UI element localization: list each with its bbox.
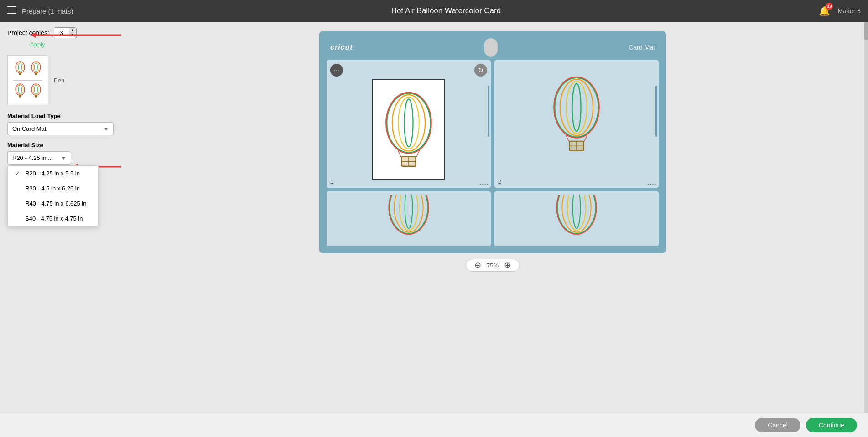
svg-point-24 bbox=[392, 95, 425, 151]
resize-dot bbox=[648, 184, 649, 185]
thumb-row-bottom bbox=[13, 83, 43, 100]
check-icon: ✓ bbox=[15, 170, 21, 177]
zoom-controls: ⊖ 75% ⊕ bbox=[466, 259, 520, 272]
card-mat-container: cricut Card Mat ··· ↻ bbox=[319, 31, 666, 253]
pen-label: Pen bbox=[54, 77, 64, 84]
panel4-content bbox=[498, 195, 655, 242]
scrollbar-thumb[interactable] bbox=[864, 22, 868, 40]
material-load-chevron-icon: ▼ bbox=[104, 126, 109, 132]
thumb-balloon-bl bbox=[13, 83, 27, 100]
thumbnail-area: Pen bbox=[7, 55, 114, 105]
resize-dot bbox=[480, 184, 481, 185]
thumb-balloon-br bbox=[29, 83, 43, 100]
panel2-scrollbar[interactable] bbox=[655, 86, 657, 137]
svg-point-11 bbox=[34, 62, 37, 72]
size-option-r30-label: R30 - 4.5 in x 6.25 in bbox=[25, 185, 80, 192]
svg-point-27 bbox=[387, 93, 431, 152]
material-size-value: R20 - 4.25 in ... bbox=[12, 154, 53, 161]
thumb-divider bbox=[13, 80, 42, 81]
svg-point-15 bbox=[18, 85, 21, 94]
mat-panels-bottom bbox=[327, 191, 659, 246]
zoom-level: 75% bbox=[487, 262, 499, 269]
svg-point-18 bbox=[33, 84, 39, 95]
material-size-dropdown[interactable]: R20 - 4.25 in ... ▼ bbox=[7, 151, 71, 165]
panel1-refresh-button[interactable]: ↻ bbox=[474, 64, 487, 77]
right-scrollbar[interactable] bbox=[864, 22, 868, 413]
mat-panel-3 bbox=[327, 191, 491, 246]
svg-point-35 bbox=[560, 79, 593, 136]
sidebar: Project copies: ▲ ▼ Apply bbox=[0, 22, 121, 413]
size-option-r30[interactable]: R30 - 4.5 in x 6.25 in bbox=[8, 181, 98, 196]
svg-point-6 bbox=[17, 62, 23, 72]
app-header: Prepare (1 mats) Hot Air Balloon Waterco… bbox=[0, 0, 868, 22]
svg-point-7 bbox=[18, 62, 21, 72]
thumb-row-top bbox=[13, 61, 43, 77]
panel1-scrollbar[interactable] bbox=[488, 86, 489, 137]
material-load-value: On Card Mat bbox=[12, 125, 46, 132]
maker-label: Maker 3 bbox=[837, 7, 861, 15]
svg-rect-8 bbox=[19, 73, 21, 75]
resize-dot bbox=[655, 184, 656, 185]
balloon-svg-4 bbox=[554, 195, 599, 242]
zoom-in-button[interactable]: ⊕ bbox=[502, 261, 513, 269]
mat-panel-2: 2 bbox=[494, 60, 659, 188]
size-dropdown-menu: ✓ R20 - 4.25 in x 5.5 in R30 - 4.5 in x … bbox=[7, 165, 99, 226]
svg-marker-4 bbox=[30, 32, 36, 38]
mat-panel-4 bbox=[494, 191, 659, 246]
apply-link[interactable]: Apply bbox=[30, 41, 114, 48]
svg-point-23 bbox=[386, 93, 431, 153]
mat-panels-top: ··· ↻ bbox=[327, 60, 659, 188]
svg-point-19 bbox=[34, 85, 37, 94]
svg-point-37 bbox=[572, 84, 581, 132]
panel2-resize bbox=[648, 184, 656, 185]
continue-button[interactable]: Continue bbox=[806, 418, 857, 432]
cancel-button[interactable]: Cancel bbox=[755, 418, 800, 432]
svg-point-51 bbox=[562, 195, 591, 232]
cricut-logo: cricut bbox=[330, 43, 353, 51]
material-size-label: Material Size bbox=[7, 142, 114, 149]
panel3-content bbox=[330, 195, 487, 242]
svg-point-34 bbox=[554, 77, 599, 138]
panel1-number: 1 bbox=[330, 179, 333, 185]
main-layout: Project copies: ▲ ▼ Apply bbox=[0, 22, 868, 413]
prepare-label: Prepare (1 mats) bbox=[22, 7, 73, 15]
svg-point-47 bbox=[400, 195, 418, 231]
balloon-svg-2 bbox=[549, 71, 604, 157]
notification-badge: 19 bbox=[826, 3, 833, 10]
size-option-r40[interactable]: R40 - 4.75 in x 6.625 in bbox=[8, 196, 98, 211]
material-load-dropdown[interactable]: On Card Mat ▼ bbox=[7, 122, 114, 135]
material-load-label: Material Load Type bbox=[7, 113, 114, 119]
mat-thumbnail bbox=[7, 55, 48, 105]
balloon-frame-1 bbox=[372, 79, 445, 180]
svg-point-53 bbox=[573, 195, 581, 228]
balloon-no-frame-2 bbox=[540, 64, 613, 164]
size-option-s40[interactable]: S40 - 4.75 in x 4.75 in bbox=[8, 211, 98, 226]
size-chevron-icon: ▼ bbox=[61, 155, 66, 161]
zoom-out-button[interactable]: ⊖ bbox=[473, 261, 483, 269]
svg-rect-1 bbox=[7, 10, 16, 10]
red-arrow-copies-svg bbox=[30, 28, 121, 42]
notification-button[interactable]: 🔔 19 bbox=[819, 5, 830, 16]
mat-panel-1: ··· ↻ bbox=[327, 60, 491, 188]
balloon-svg-3 bbox=[386, 195, 431, 242]
panel1-dots-button[interactable]: ··· bbox=[330, 64, 343, 77]
size-option-r40-label: R40 - 4.75 in x 6.625 in bbox=[25, 200, 86, 207]
mat-handle bbox=[484, 38, 498, 57]
resize-dot bbox=[650, 184, 651, 185]
svg-point-38 bbox=[555, 78, 598, 137]
svg-point-48 bbox=[405, 195, 413, 228]
resize-dot bbox=[487, 184, 488, 185]
size-option-r20[interactable]: ✓ R20 - 4.25 in x 5.5 in bbox=[8, 166, 98, 181]
svg-point-10 bbox=[33, 62, 39, 72]
content-area: cricut Card Mat ··· ↻ bbox=[121, 22, 864, 413]
svg-point-52 bbox=[567, 195, 586, 231]
panel2-number: 2 bbox=[498, 179, 501, 185]
card-mat-label: Card Mat bbox=[629, 44, 655, 51]
resize-dot bbox=[484, 184, 486, 185]
panel1-controls: ··· ↻ bbox=[330, 64, 487, 77]
header-right: 🔔 19 Maker 3 bbox=[819, 5, 861, 16]
svg-point-14 bbox=[17, 84, 23, 95]
svg-point-36 bbox=[566, 82, 587, 134]
size-option-s40-label: S40 - 4.75 in x 4.75 in bbox=[25, 215, 83, 222]
menu-icon[interactable] bbox=[7, 6, 16, 15]
